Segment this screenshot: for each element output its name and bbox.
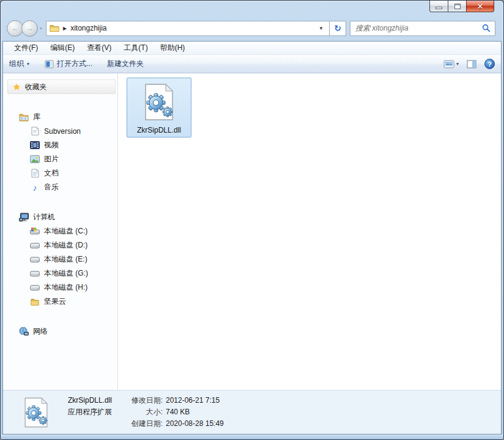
close-button[interactable]: ✕ xyxy=(466,1,494,12)
history-dropdown[interactable]: ▾ xyxy=(40,26,42,31)
search-input[interactable] xyxy=(354,23,481,33)
sidebar-item-drive-h[interactable]: 本地磁盘 (H:) xyxy=(3,280,117,295)
network-label: 网络 xyxy=(33,326,48,337)
drive-icon xyxy=(30,269,40,279)
forward-button[interactable]: → xyxy=(21,20,38,37)
system-drive-icon xyxy=(30,227,40,237)
computer-icon xyxy=(19,213,29,222)
drive-icon xyxy=(30,241,40,251)
folder-icon xyxy=(50,23,59,33)
details-created-label: 创建日期: xyxy=(122,418,166,429)
menu-file[interactable]: 文件(F) xyxy=(8,43,44,53)
details-file-name: ZkrSipDLL.dll xyxy=(68,395,122,406)
maximize-icon xyxy=(454,4,461,9)
sidebar-item-subversion[interactable]: Subversion xyxy=(3,124,117,138)
title-bar: ✕ xyxy=(1,1,503,18)
address-dropdown-icon[interactable]: ▼ xyxy=(316,26,326,31)
details-size-label: 大小: xyxy=(122,406,166,417)
documents-label: 文档 xyxy=(44,168,59,178)
new-folder-button[interactable]: 新建文件夹 xyxy=(107,59,144,69)
command-toolbar: 组织 ▾ 打开方式... 新建文件夹 ▾ ? xyxy=(3,55,501,73)
new-folder-label: 新建文件夹 xyxy=(107,59,144,69)
details-modified-label: 修改日期: xyxy=(122,395,166,406)
sidebar-item-libraries[interactable]: 库 xyxy=(3,110,117,124)
menu-edit[interactable]: 编辑(E) xyxy=(44,43,81,53)
videos-label: 视频 xyxy=(44,140,59,150)
dll-file-icon xyxy=(139,82,179,122)
sidebar-gap xyxy=(3,94,117,110)
minimize-icon xyxy=(435,7,442,9)
file-label: ZkrSipDLL.dll xyxy=(129,126,189,134)
sidebar-item-drive-e[interactable]: 本地磁盘 (E:) xyxy=(3,252,117,266)
menu-view[interactable]: 查看(V) xyxy=(81,43,117,53)
file-item-zkrsipdll[interactable]: ZkrSipDLL.dll xyxy=(127,78,191,138)
sidebar-item-computer[interactable]: 计算机 xyxy=(3,210,117,224)
menu-help[interactable]: 帮助(H) xyxy=(154,43,191,53)
open-with-button[interactable]: 打开方式... xyxy=(44,59,92,69)
details-pane: ZkrSipDLL.dll 修改日期: 2012-06-21 7:15 应用程序… xyxy=(3,390,501,434)
drive-icon xyxy=(30,255,40,265)
client-area: 文件(F) 编辑(E) 查看(V) 工具(T) 帮助(H) 组织 ▾ 打开方式.… xyxy=(2,41,502,435)
refresh-icon: ↻ xyxy=(334,23,341,33)
network-icon xyxy=(19,327,29,337)
search-box xyxy=(350,21,495,36)
file-list-area[interactable]: ZkrSipDLL.dll xyxy=(118,73,501,390)
sidebar-item-documents[interactable]: 文档 xyxy=(3,166,117,180)
subversion-label: Subversion xyxy=(44,127,81,136)
change-view-button[interactable]: ▾ xyxy=(443,60,459,68)
views-icon xyxy=(443,60,454,68)
libraries-icon xyxy=(19,112,29,122)
open-with-icon xyxy=(44,59,54,69)
explorer-window: ✕ ← → ▾ ▶ xitongzhijia ▼ ↻ 文件(F) 编辑(E) xyxy=(0,0,504,440)
sidebar-item-drive-g[interactable]: 本地磁盘 (G:) xyxy=(3,266,117,280)
body-area: ★ 收藏夹 库 Subversion xyxy=(3,73,501,390)
breadcrumb-folder[interactable]: xitongzhijia xyxy=(70,24,106,32)
folder-icon xyxy=(30,297,40,307)
refresh-button[interactable]: ↻ xyxy=(330,21,346,36)
details-size-value: 740 KB xyxy=(166,406,224,417)
sidebar-item-favorites[interactable]: ★ 收藏夹 xyxy=(7,79,116,94)
minimize-button[interactable] xyxy=(429,1,448,12)
search-icon[interactable] xyxy=(481,23,491,33)
chevron-down-icon: ▾ xyxy=(456,61,459,67)
details-file-type: 应用程序扩展 xyxy=(68,406,122,417)
star-icon: ★ xyxy=(13,82,21,92)
sidebar-gap xyxy=(3,194,117,210)
window-frame-bottom xyxy=(1,435,503,439)
preview-pane-button[interactable] xyxy=(467,60,476,68)
help-icon: ? xyxy=(487,61,492,68)
sidebar-item-videos[interactable]: 视频 xyxy=(3,138,117,152)
sidebar-item-music[interactable]: ♪ 音乐 xyxy=(3,180,117,194)
sidebar-item-drive-d[interactable]: 本地磁盘 (D:) xyxy=(3,238,117,252)
sidebar-item-nutstore[interactable]: 坚果云 xyxy=(3,295,117,309)
close-icon: ✕ xyxy=(477,2,484,11)
chevron-down-icon: ▾ xyxy=(27,61,29,67)
organize-label: 组织 xyxy=(9,59,24,69)
details-empty-cell xyxy=(68,418,122,429)
picture-icon xyxy=(30,155,40,164)
menu-tools[interactable]: 工具(T) xyxy=(117,43,154,53)
details-grid: ZkrSipDLL.dll 修改日期: 2012-06-21 7:15 应用程序… xyxy=(68,395,224,429)
drive-d-label: 本地磁盘 (D:) xyxy=(44,240,87,251)
libraries-label: 库 xyxy=(33,112,40,122)
computer-label: 计算机 xyxy=(33,212,55,222)
preview-pane-icon xyxy=(467,60,476,68)
sidebar-item-drive-c[interactable]: 本地磁盘 (C:) xyxy=(3,224,117,238)
dll-file-icon xyxy=(20,394,52,431)
maximize-button[interactable] xyxy=(448,1,466,12)
organize-button[interactable]: 组织 ▾ xyxy=(9,59,29,69)
subversion-icon xyxy=(30,127,40,136)
menu-bar: 文件(F) 编辑(E) 查看(V) 工具(T) 帮助(H) xyxy=(3,42,501,55)
sidebar-gap xyxy=(3,309,117,324)
pictures-label: 图片 xyxy=(44,154,59,164)
toolbar-right: ▾ ? xyxy=(443,59,495,69)
drive-e-label: 本地磁盘 (E:) xyxy=(44,254,87,265)
forward-icon: → xyxy=(26,24,34,33)
address-bar[interactable]: ▶ xitongzhijia ▼ xyxy=(46,21,330,36)
help-button[interactable]: ? xyxy=(484,59,495,69)
sidebar-item-network[interactable]: 网络 xyxy=(3,324,117,339)
back-button[interactable]: ← xyxy=(7,20,23,37)
favorites-label: 收藏夹 xyxy=(25,82,47,92)
breadcrumb-arrow-icon[interactable]: ▶ xyxy=(63,26,67,31)
sidebar-item-pictures[interactable]: 图片 xyxy=(3,152,117,166)
